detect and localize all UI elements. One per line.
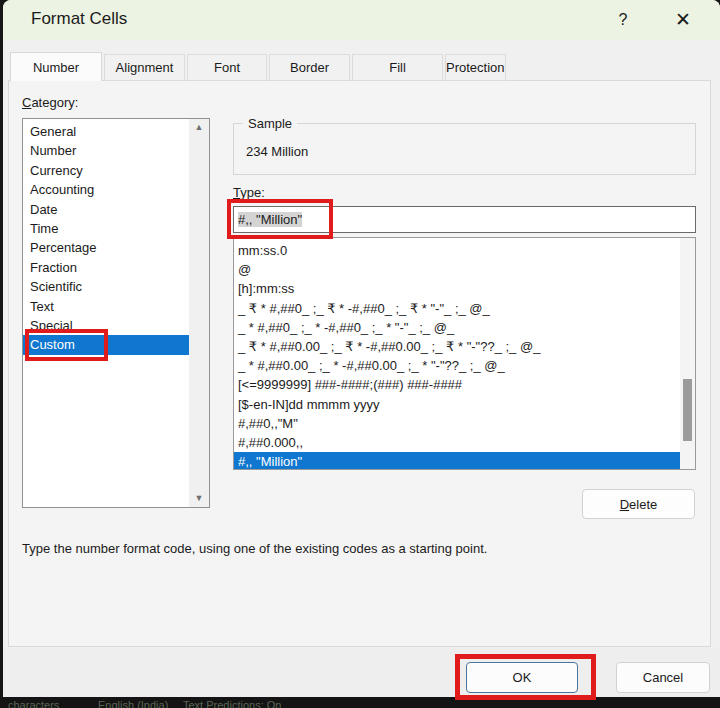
annotation-box-ok (455, 654, 596, 700)
status-fragment: Text Predictions: On (183, 699, 281, 708)
scrollbar-thumb[interactable] (683, 379, 692, 441)
type-list-item[interactable]: [h]:mm:ss (234, 279, 682, 298)
category-list-item[interactable]: Date (23, 200, 189, 219)
tab[interactable]: Alignment (104, 54, 185, 81)
format-cells-screenshot: Format Cells ? ✕ NumberAlignmentFontBord… (0, 0, 720, 708)
help-icon[interactable]: ? (607, 7, 639, 33)
category-list-item[interactable]: Time (23, 219, 189, 238)
sample-legend: Sample (243, 116, 297, 131)
category-list-item[interactable]: Scientific (23, 277, 189, 296)
type-label: Type: (233, 185, 265, 200)
category-list-item[interactable]: Currency (23, 161, 189, 180)
type-list-item[interactable]: _ * #,##0_ ;_ * -#,##0_ ;_ * "-"_ ;_ @_ (234, 318, 682, 337)
type-list-item[interactable]: @ (234, 260, 682, 279)
dialog-title: Format Cells (31, 9, 127, 29)
type-list-item[interactable]: _ ₹ * #,##0.00_ ;_ ₹ * -#,##0.00_ ;_ ₹ *… (234, 337, 682, 356)
type-list-item[interactable]: #,, "Million" (234, 452, 682, 470)
type-list-item[interactable]: #,##0,,"M" (234, 414, 682, 433)
type-options: mm:ss.0@[h]:mm:ss_ ₹ * #,##0_ ;_ ₹ * -#,… (234, 241, 682, 470)
tab[interactable]: Protection (445, 54, 506, 81)
tab[interactable]: Number (10, 52, 102, 81)
type-list-item[interactable]: [<=9999999] ###-####;(###) ###-#### (234, 375, 682, 394)
type-scrollbar[interactable] (680, 238, 695, 469)
status-fragment: characters (8, 699, 59, 708)
category-label: Category: (22, 95, 78, 110)
category-listbox[interactable]: GeneralNumberCurrencyAccountingDateTimeP… (22, 118, 210, 508)
scroll-down-icon[interactable]: ▼ (195, 494, 204, 503)
category-list-item[interactable]: General (23, 122, 189, 141)
category-list-item[interactable]: Fraction (23, 258, 189, 277)
sample-value: 234 Million (246, 144, 308, 159)
category-items: GeneralNumberCurrencyAccountingDateTimeP… (23, 122, 189, 355)
tab[interactable]: Font (187, 54, 267, 81)
annotation-box-custom (25, 329, 108, 361)
category-list-item[interactable]: Accounting (23, 180, 189, 199)
tab-bar: NumberAlignmentFontBorderFillProtection (10, 52, 508, 81)
type-list-item[interactable]: #,##0.000,, (234, 433, 682, 452)
dialog-footer (3, 648, 720, 697)
type-listbox[interactable]: mm:ss.0@[h]:mm:ss_ ₹ * #,##0_ ;_ ₹ * -#,… (233, 237, 696, 470)
category-list-item[interactable]: Text (23, 297, 189, 316)
annotation-box-type-input (227, 199, 333, 239)
delete-button[interactable]: Delete (582, 489, 695, 519)
status-fragment: English (India) (98, 699, 168, 708)
dialog-titlebar[interactable]: Format Cells ? ✕ (3, 0, 720, 40)
tab[interactable]: Fill (352, 54, 443, 81)
type-list-item[interactable]: [$-en-IN]dd mmmm yyyy (234, 395, 682, 414)
type-list-item[interactable]: _ ₹ * #,##0_ ;_ ₹ * -#,##0_ ;_ ₹ * "-"_ … (234, 299, 682, 318)
type-list-item[interactable]: _ * #,##0.00_ ;_ * -#,##0.00_ ;_ * "-"??… (234, 356, 682, 375)
category-list-item[interactable]: Number (23, 141, 189, 160)
type-list-item[interactable]: mm:ss.0 (234, 241, 682, 260)
status-bar-strip: characters English (India) Text Predicti… (0, 697, 720, 708)
close-icon[interactable]: ✕ (663, 5, 703, 35)
tab[interactable]: Border (269, 54, 350, 81)
category-list-item[interactable]: Percentage (23, 238, 189, 257)
cancel-button[interactable]: Cancel (616, 662, 710, 693)
scroll-up-icon[interactable]: ▲ (195, 123, 204, 132)
category-scrollbar[interactable]: ▲ ▼ (189, 119, 209, 507)
help-text: Type the number format code, using one o… (22, 541, 487, 556)
